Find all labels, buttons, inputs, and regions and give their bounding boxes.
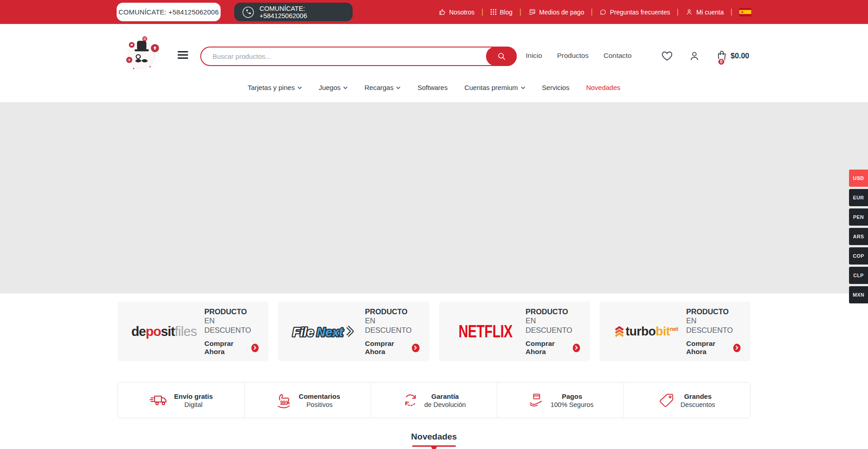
chevron-down-icon [297,86,302,89]
header: Inicio Productos Contacto 0 $0.00 [0,24,868,84]
thumbs-up-icon [439,8,446,16]
separator [520,9,521,16]
category-nav: Tarjetas y pines Juegos Recargas Softwar… [0,84,868,102]
topbar-link-label: Mi cuenta [696,9,724,16]
catnav-novedades[interactable]: Novedades [586,84,620,91]
arrow-right-icon [733,344,741,352]
svg-text:File: File [292,325,314,339]
search-bar [200,47,517,66]
comprar-ahora-link[interactable]: Comprar Ahora [204,340,259,356]
currency-ars[interactable]: ARS [849,228,868,245]
promo-card-netflix[interactable]: NETFLIX PRODUCTO EN DESCUENTO Comprar Ah… [439,302,590,361]
topbar-link-nosotros[interactable]: Nosotros [439,8,475,16]
currency-clp[interactable]: CLP [849,267,868,284]
currency-switcher: USD EUR PEN ARS COP CLP MXN [849,170,868,303]
catnav-label: Cuentas premium [464,84,518,91]
svg-text:Next: Next [316,325,344,339]
depositfiles-logo: depositfiles [128,324,200,339]
catnav-label: Servicios [542,84,570,91]
promo-card-filenext[interactable]: File Next PRODUCTO EN DESCUENTO Comprar … [278,302,429,361]
promo-text: PRODUCTO EN DESCUENTO Comprar Ahora [360,307,419,356]
topbar-link-blog[interactable]: Blog [490,9,513,16]
topbar-link-preguntas-frecuentes[interactable]: Preguntas frecuentes [599,9,670,16]
arrow-right-icon [573,344,580,352]
site-logo[interactable] [121,33,162,75]
chat-icon [599,9,607,16]
separator [731,9,732,16]
phone-number-dark: COMUNÍCATE: +584125062006 [259,5,344,19]
arrow-right-icon [251,344,259,352]
search-input[interactable] [201,52,516,60]
catnav-label: Novedades [586,84,620,91]
topbar-link-label: Medios de pago [539,9,585,16]
search-button[interactable] [486,47,517,66]
wishlist-heart-icon[interactable] [661,50,673,62]
feature-subtitle: Descuentos [680,401,715,408]
hero-slider-placeholder [0,102,868,293]
promo-card-turbobit[interactable]: turbobitnet PRODUCTO EN DESCUENTO Compra… [599,302,750,361]
catnav-juegos[interactable]: Juegos [319,84,348,91]
chevron-down-icon [521,86,525,89]
topbar-link-mi-cuenta[interactable]: Mi cuenta [685,8,724,16]
shopping-bag-icon: 0 [716,50,728,62]
nav-productos[interactable]: Productos [557,52,589,60]
feature-title: Comentarios [299,392,340,400]
currency-usd[interactable]: USD [849,170,868,187]
catnav-cuentas-premium[interactable]: Cuentas premium [464,84,525,91]
nav-inicio[interactable]: Inicio [526,52,542,60]
section-underline [412,445,456,447]
feature-garantia: Garantía de Devolución [371,383,498,418]
promo-cards-row: depositfiles PRODUCTO EN DESCUENTO Compr… [118,302,750,361]
currency-mxn[interactable]: MXN [849,286,868,303]
phone-number-light: COMUNÍCATE: +584125062006 [118,8,219,16]
feature-subtitle: Digital [174,401,213,408]
phone-pill-dark[interactable]: COMUNÍCATE: +584125062006 [234,3,353,21]
currency-pen[interactable]: PEN [849,208,868,226]
topbar-menu: Nosotros Blog Medios de pago Preguntas f… [439,0,752,24]
payment-icon [528,8,536,16]
menu-hamburger-icon[interactable] [178,51,188,61]
netflix-logo: NETFLIX [450,323,521,340]
spain-flag-icon[interactable] [739,8,751,16]
cart-total: $0.00 [731,52,749,60]
separator [482,9,483,16]
feature-comentarios: 99% Comentarios Positivos [245,383,371,418]
promo-text: PRODUCTO EN DESCUENTO Comprar Ahora [682,307,741,356]
grid-icon [490,9,497,15]
currency-cop[interactable]: COP [849,247,868,265]
feature-envio-gratis: Envío gratis Digital [118,383,245,418]
topbar-link-medios-de-pago[interactable]: Medios de pago [528,8,585,16]
catnav-servicios[interactable]: Servicios [542,84,570,91]
comprar-ahora-link[interactable]: Comprar Ahora [526,340,580,356]
section-title: Novedades [118,432,750,442]
catnav-tarjetas-y-pines[interactable]: Tarjetas y pines [248,84,302,91]
comprar-ahora-link[interactable]: Comprar Ahora [365,340,419,356]
catnav-label: Tarjetas y pines [248,84,295,91]
feature-title: Grandes [680,392,715,400]
thumbs-up-99-icon: 99% [275,392,293,409]
feature-descuentos: Grandes Descuentos [624,383,750,418]
tag-icon [659,392,675,408]
secure-payment-icon [528,392,545,408]
catnav-softwares[interactable]: Softwares [417,84,448,91]
phone-pill-light[interactable]: COMUNÍCATE: +584125062006 [117,3,221,21]
account-icon[interactable] [689,50,700,62]
novedades-section-head: Novedades [118,432,750,447]
feature-subtitle: 100% Seguros [551,401,594,408]
promo-text: PRODUCTO EN DESCUENTO Comprar Ahora [521,307,580,356]
separator [677,9,678,16]
feature-subtitle: de Devolución [425,401,466,408]
chevron-down-icon [396,86,401,89]
svg-text:99%: 99% [280,400,290,405]
refresh-icon [402,392,419,408]
chevron-down-icon [343,86,348,89]
nav-contacto[interactable]: Contacto [604,52,632,60]
currency-eur[interactable]: EUR [849,189,868,206]
cart-button[interactable]: 0 $0.00 [716,50,749,62]
comprar-ahora-link[interactable]: Comprar Ahora [686,340,741,356]
catnav-label: Softwares [417,84,448,91]
features-bar: Envío gratis Digital 99% Comentarios Pos… [118,382,750,418]
promo-card-depositfiles[interactable]: depositfiles PRODUCTO EN DESCUENTO Compr… [118,302,269,361]
catnav-recargas[interactable]: Recargas [364,84,401,91]
promo-text: PRODUCTO EN DESCUENTO Comprar Ahora [200,307,259,356]
